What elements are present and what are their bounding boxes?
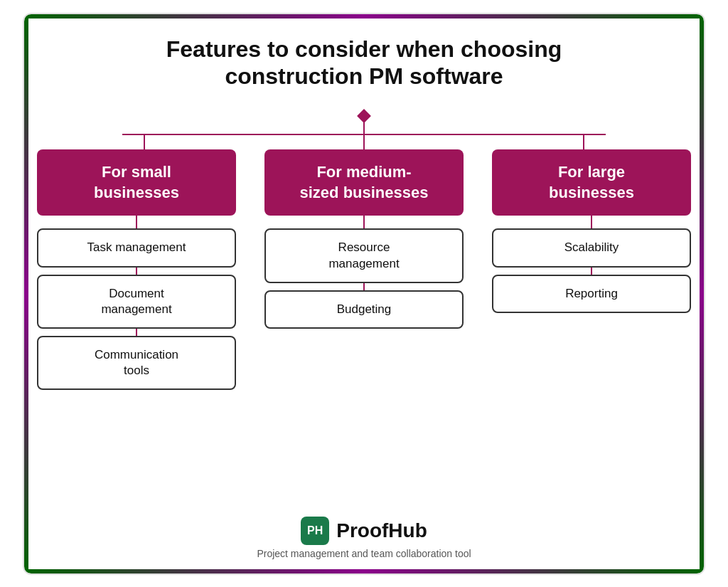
column-large: For largebusinesses Scalability Reportin… xyxy=(492,149,691,312)
child-document-management: Documentmanagement xyxy=(37,275,236,329)
child-task-management: Task management xyxy=(37,228,236,267)
branch-line-center xyxy=(363,135,365,149)
tree-diagram: For smallbusinesses Task management Docu… xyxy=(38,111,690,504)
branch-line-right xyxy=(583,135,584,149)
child-budgeting: Budgeting xyxy=(264,290,464,329)
children-medium: Resourcemanagement Budgeting xyxy=(264,228,464,328)
branch-lines xyxy=(122,135,606,149)
child-communication-tools: Communicationtools xyxy=(37,336,236,390)
left-border-accent xyxy=(24,14,28,573)
vline-s1 xyxy=(136,268,137,275)
branch-line-left xyxy=(144,135,145,149)
root-diamond xyxy=(357,109,371,123)
vline-large xyxy=(591,216,592,228)
logo-subtitle: Project management and team collaboratio… xyxy=(257,548,471,559)
page-title: Features to consider when choosing const… xyxy=(166,36,562,90)
main-card: Features to consider when choosing const… xyxy=(23,13,705,575)
logo-section: PH ProofHub Project management and team … xyxy=(257,505,471,559)
columns-container: For smallbusinesses Task management Docu… xyxy=(37,149,691,390)
header-large: For largebusinesses xyxy=(492,149,691,216)
children-small: Task management Documentmanagement Commu… xyxy=(37,228,236,389)
right-border-accent xyxy=(700,14,704,573)
vline-m1 xyxy=(363,283,365,290)
h-line-container xyxy=(122,134,606,149)
column-small: For smallbusinesses Task management Docu… xyxy=(37,149,236,390)
children-large: Scalability Reporting xyxy=(492,228,691,312)
root-connector xyxy=(359,111,369,134)
vline-small xyxy=(136,216,137,228)
child-resource-management: Resourcemanagement xyxy=(264,228,464,282)
logo-icon-text: PH xyxy=(307,524,323,537)
column-medium: For medium-sized businesses Resourcemana… xyxy=(264,149,464,328)
title-line1: Features to consider when choosing xyxy=(166,36,562,62)
vline-s2 xyxy=(136,329,137,336)
vline-medium xyxy=(363,216,365,228)
child-reporting: Reporting xyxy=(492,275,691,313)
logo-icon: PH xyxy=(301,517,329,545)
header-medium: For medium-sized businesses xyxy=(264,149,464,216)
logo-row: PH ProofHub xyxy=(301,517,427,545)
title-line2: construction PM software xyxy=(225,63,503,89)
logo-name: ProofHub xyxy=(336,519,427,542)
header-small: For smallbusinesses xyxy=(37,149,236,216)
child-scalability: Scalability xyxy=(492,228,691,267)
vline-l1 xyxy=(591,268,592,275)
